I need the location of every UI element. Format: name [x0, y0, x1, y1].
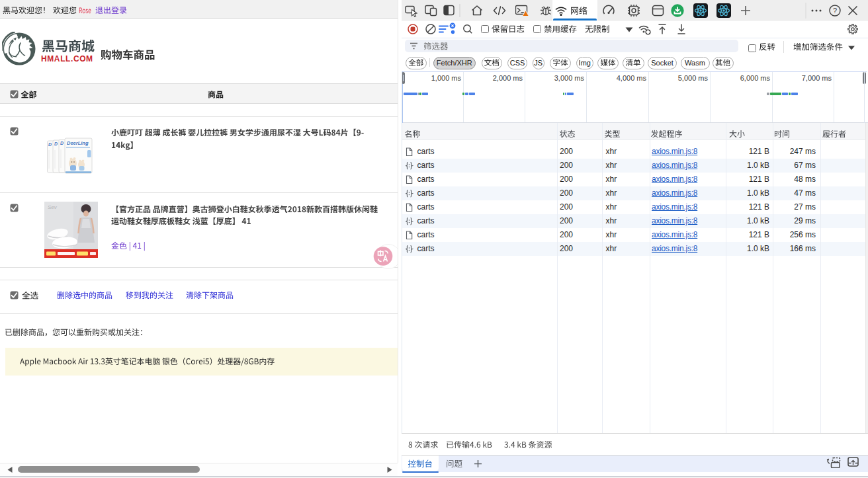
svg-text:D: D	[60, 141, 64, 145]
svg-text:?: ?	[833, 7, 837, 15]
svg-text:DeerLing: DeerLing	[67, 140, 89, 146]
svg-text:Sev: Sev	[48, 204, 58, 210]
svg-text:D: D	[48, 142, 52, 147]
svg-text:D: D	[54, 141, 58, 146]
